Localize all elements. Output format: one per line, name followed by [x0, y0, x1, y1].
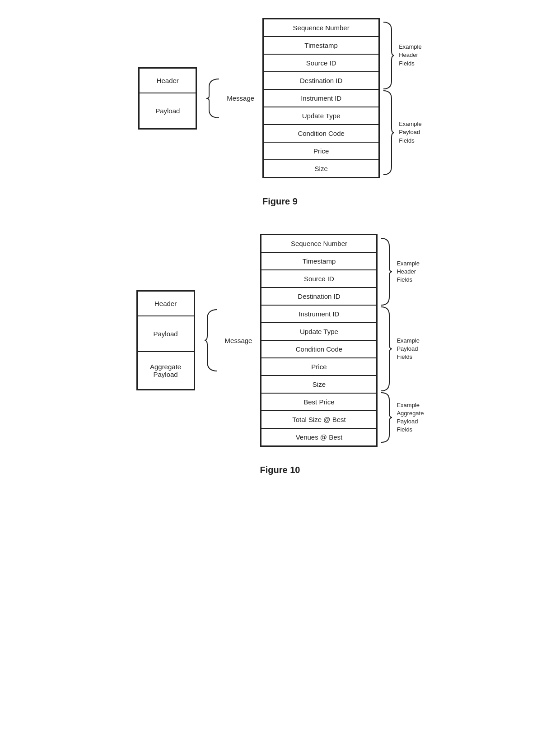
field-row: Source ID — [261, 270, 377, 288]
figure10-header-fields-label: ExampleHeaderFields — [397, 260, 420, 284]
field-row: Instrument ID — [263, 89, 379, 107]
figure9-section: Header Payload Message Sequence Number T… — [27, 18, 533, 207]
figure10-right-braces: ExampleHeaderFields ExamplePayloadFields… — [380, 237, 424, 443]
field-row: Price — [263, 142, 379, 160]
field-row: Size — [263, 160, 379, 177]
figure10-payload-brace-group: ExamplePayloadFields — [380, 306, 424, 392]
field-row: Venues @ Best — [261, 428, 377, 446]
figure10-header-brace-group: ExampleHeaderFields — [380, 237, 424, 306]
figure9-caption: Figure 9 — [262, 196, 298, 207]
field-row: Total Size @ Best — [261, 411, 377, 428]
figure10-payload-box: Payload — [137, 316, 194, 352]
figure10-aggregate-fields-label: ExampleAggregatePayloadFields — [397, 401, 424, 434]
figure9-message-label: Message — [227, 94, 254, 102]
figure9-header-brace-group: ExampleHeaderFields — [383, 21, 422, 90]
field-row: Update Type — [263, 107, 379, 125]
figure9-left-boxes: Header Payload — [138, 67, 197, 130]
figure10-caption: Figure 10 — [260, 465, 300, 475]
figure9-header-box: Header — [139, 68, 196, 93]
figure9-payload-brace-icon — [383, 90, 396, 176]
figure9-payload-box: Payload — [139, 93, 196, 129]
field-row: Sequence Number — [263, 19, 379, 37]
field-row: Best Price — [261, 393, 377, 411]
figure10-payload-fields-label: ExamplePayloadFields — [397, 337, 420, 362]
figure10-section: Header Payload AggregatePayload Message … — [27, 234, 533, 475]
figure10-aggregate-brace-icon — [380, 392, 394, 443]
figure9-right-braces: ExampleHeaderFields ExamplePayloadFields — [383, 21, 422, 176]
field-row: Condition Code — [261, 340, 377, 358]
figure9-left-brace-area: Message — [205, 78, 254, 119]
figure10-left-brace-icon — [203, 309, 221, 372]
field-row: Timestamp — [263, 37, 379, 54]
field-row: Timestamp — [261, 252, 377, 270]
figure10-left-boxes: Header Payload AggregatePayload — [136, 290, 195, 390]
field-row: Update Type — [261, 323, 377, 340]
figure10-payload-brace-icon — [380, 306, 394, 392]
figure9-field-table: Sequence Number Timestamp Source ID Dest… — [262, 18, 380, 178]
figure10-header-box: Header — [137, 291, 194, 316]
field-row: Destination ID — [263, 72, 379, 89]
figure9-left-brace-icon — [205, 78, 223, 119]
figure9-payload-brace-group: ExamplePayloadFields — [383, 90, 422, 176]
figure9-header-brace-icon — [383, 21, 396, 90]
field-row: Instrument ID — [261, 305, 377, 323]
figure10-diagram: Header Payload AggregatePayload Message … — [136, 234, 424, 447]
figure9-diagram: Header Payload Message Sequence Number T… — [138, 18, 421, 178]
figure10-header-brace-icon — [380, 237, 394, 306]
field-row: Source ID — [263, 54, 379, 72]
figure10-aggregate-brace-group: ExampleAggregatePayloadFields — [380, 392, 424, 443]
figure9-payload-fields-label: ExamplePayloadFields — [399, 120, 422, 145]
figure10-left-brace-area: Message — [203, 309, 252, 372]
field-row: Condition Code — [263, 125, 379, 142]
field-row: Sequence Number — [261, 235, 377, 252]
figure10-aggregate-box: AggregatePayload — [137, 352, 194, 390]
field-row: Price — [261, 358, 377, 376]
figure10-field-table: Sequence Number Timestamp Source ID Dest… — [260, 234, 378, 447]
figure10-message-label: Message — [225, 337, 252, 344]
field-row: Destination ID — [261, 288, 377, 305]
field-row: Size — [261, 376, 377, 393]
figure9-header-fields-label: ExampleHeaderFields — [399, 43, 422, 68]
